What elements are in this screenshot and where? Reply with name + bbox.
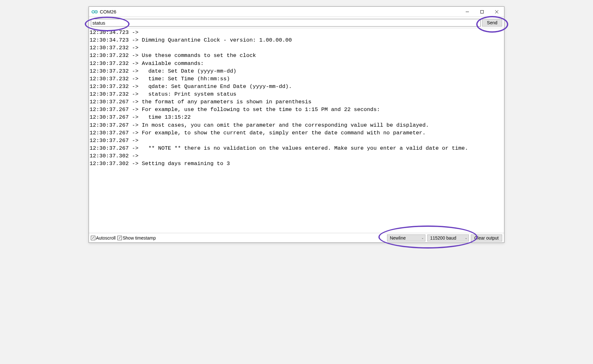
checkbox-icon: ✓ [117, 236, 122, 240]
console-line: 12:30:37.267 -> ** NOTE ** there is no v… [90, 145, 503, 152]
baud-value: 115200 baud [430, 235, 456, 241]
console-line: 12:30:37.267 -> time 13:15:22 [90, 114, 503, 121]
console-line: 12:30:37.232 -> Available commands: [90, 60, 503, 67]
console-line: 12:30:37.267 -> For example, use the fol… [90, 106, 503, 114]
console-line: 12:30:37.232 -> time: Set Time (hh:mm:ss… [90, 75, 503, 83]
console-line: 12:30:34.723 -> [90, 29, 503, 36]
console-line: 12:30:37.267 -> [90, 137, 503, 145]
console-line: 12:30:37.302 -> [90, 152, 503, 160]
maximize-button[interactable] [475, 7, 489, 17]
bottom-bar: ✓ Autoscroll ✓ Show timestamp Newline ⌄ … [89, 233, 504, 242]
chevron-down-icon: ⌄ [421, 236, 424, 240]
clear-output-button[interactable]: Clear output [471, 234, 502, 241]
serial-output[interactable]: 12:30:34.723 -> 12:30:34.723 -> Dimming … [89, 28, 504, 233]
console-line: 12:30:37.267 -> For example, to show the… [90, 129, 503, 137]
console-line: 12:30:37.232 -> status: Print system sta… [90, 91, 503, 98]
serial-monitor-window: COM26 Send 12:30:34.723 -> 12:30:34.723 … [89, 6, 504, 243]
console-line: 12:30:37.267 -> In most cases, you can o… [90, 122, 503, 129]
line-ending-value: Newline [390, 235, 406, 241]
baud-select[interactable]: 115200 baud ⌄ [427, 234, 469, 241]
timestamp-checkbox[interactable]: ✓ Show timestamp [117, 235, 155, 241]
command-input[interactable] [91, 19, 481, 27]
console-line: 12:30:37.267 -> the format of any parame… [90, 98, 503, 106]
line-ending-select[interactable]: Newline ⌄ [387, 234, 425, 241]
console-line: 12:30:37.232 -> qdate: Set Quarantine En… [90, 83, 503, 91]
titlebar: COM26 [89, 7, 504, 17]
console-line: 12:30:37.232 -> [90, 44, 503, 52]
window-title: COM26 [100, 9, 116, 14]
autoscroll-label: Autoscroll [96, 235, 115, 241]
chevron-down-icon: ⌄ [465, 236, 467, 240]
autoscroll-checkbox[interactable]: ✓ Autoscroll [91, 235, 115, 241]
arduino-icon [91, 9, 98, 15]
send-button[interactable]: Send [482, 19, 502, 27]
minimize-button[interactable] [460, 7, 475, 17]
console-line: 12:30:34.723 -> Dimming Quarantine Clock… [90, 36, 503, 44]
console-line: 12:30:37.302 -> Setting days remaining t… [90, 160, 503, 168]
svg-rect-7 [481, 10, 484, 13]
console-line: 12:30:37.232 -> Use these commands to se… [90, 52, 503, 59]
checkbox-icon: ✓ [91, 236, 95, 240]
console-line: 12:30:37.232 -> date: Set Date (yyyy-mm-… [90, 67, 503, 75]
close-button[interactable] [489, 7, 504, 17]
command-row: Send [89, 17, 504, 28]
timestamp-label: Show timestamp [123, 235, 155, 241]
